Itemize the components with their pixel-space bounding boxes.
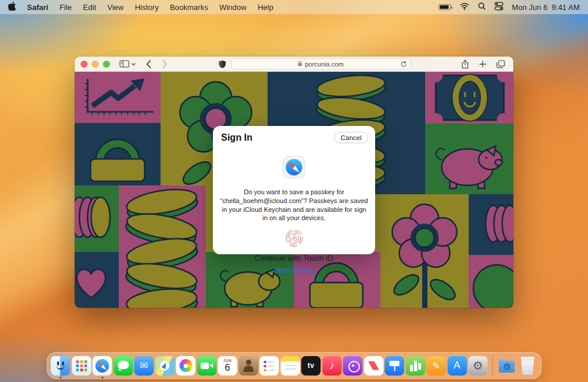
menu-bar-status: Mon Jun 6 9:41 AM <box>439 2 580 12</box>
wifi-icon[interactable] <box>460 2 469 12</box>
menu-bookmarks[interactable]: Bookmarks <box>170 3 208 12</box>
dock-photos-icon[interactable] <box>176 356 195 376</box>
safari-app-icon <box>282 155 306 181</box>
control-center-icon[interactable] <box>495 2 503 12</box>
running-indicator <box>101 377 103 378</box>
dock-news-icon[interactable] <box>364 356 383 376</box>
menu-history[interactable]: History <box>135 3 158 12</box>
dock-pages-icon[interactable] <box>426 356 446 376</box>
spotlight-search-icon[interactable] <box>478 2 486 12</box>
download-arrow-icon: ↓ <box>503 363 510 370</box>
safari-window: porcunia.com <box>75 57 513 308</box>
privacy-shield-icon[interactable] <box>218 59 226 69</box>
apple-menu-icon[interactable] <box>8 2 16 12</box>
safari-toolbar: porcunia.com <box>75 57 513 72</box>
battery-icon[interactable] <box>439 4 451 10</box>
menu-window[interactable]: Window <box>219 3 246 12</box>
cancel-button[interactable]: Cancel <box>334 132 368 143</box>
address-url: porcunia.com <box>305 61 343 68</box>
menu-safari[interactable]: Safari <box>27 3 48 12</box>
dock-music-icon[interactable] <box>322 356 342 376</box>
dock-safari-icon[interactable] <box>92 356 112 376</box>
passkey-dialog: Sign In Cancel <box>213 126 375 254</box>
dock-keynote-icon[interactable] <box>385 356 404 376</box>
dock-tv-icon[interactable]: tv <box>301 356 320 376</box>
share-icon[interactable] <box>461 59 469 69</box>
zoom-window-button[interactable] <box>103 61 110 68</box>
dock-launchpad-icon[interactable] <box>72 356 91 376</box>
dock-system-settings-icon[interactable] <box>468 356 487 376</box>
menu-help[interactable]: Help <box>258 3 273 12</box>
calendar-day-label: 6 <box>225 363 230 373</box>
touch-id-fingerprint-icon <box>285 229 303 250</box>
reload-icon[interactable] <box>400 61 407 69</box>
address-bar[interactable]: porcunia.com <box>231 58 411 69</box>
desktop: Safari File Edit View History Bookmarks … <box>0 0 588 382</box>
sidebar-chevron-down-icon[interactable] <box>131 62 136 66</box>
forward-button[interactable] <box>162 60 168 68</box>
dock-downloads-folder-icon[interactable]: ↓ <box>497 356 516 376</box>
minimize-window-button[interactable] <box>92 61 99 68</box>
dock-notes-icon[interactable] <box>280 356 300 376</box>
close-window-button[interactable] <box>81 61 88 68</box>
dock-finder-icon[interactable] <box>51 356 70 376</box>
dock-trash-icon[interactable] <box>518 356 537 376</box>
tab-overview-icon[interactable] <box>496 60 505 68</box>
dock-podcasts-icon[interactable] <box>343 356 362 376</box>
menu-edit[interactable]: Edit <box>83 3 96 12</box>
menu-bar-menus: Safari File Edit View History Bookmarks … <box>8 2 273 12</box>
menu-file[interactable]: File <box>59 3 72 12</box>
dock-messages-icon[interactable] <box>113 356 133 376</box>
back-button[interactable] <box>146 60 151 68</box>
other-options-link[interactable]: Other Options <box>274 267 314 274</box>
dialog-title: Sign In <box>221 132 252 143</box>
menu-bar: Safari File Edit View History Bookmarks … <box>0 0 588 14</box>
dock-numbers-icon[interactable] <box>406 356 425 376</box>
dock-mail-icon[interactable] <box>134 356 153 376</box>
dock-reminders-icon[interactable] <box>259 356 279 376</box>
dock-facetime-icon[interactable] <box>197 356 216 376</box>
dialog-message: Do you want to save a passkey for “chell… <box>220 188 368 222</box>
new-tab-plus-icon[interactable] <box>479 61 486 68</box>
dock-calendar-icon[interactable]: JUN 6 <box>218 356 237 376</box>
dock-app-store-icon[interactable] <box>447 356 467 376</box>
menu-bar-clock[interactable]: Mon Jun 6 9:41 AM <box>512 3 580 12</box>
time-label: 9:41 AM <box>552 3 580 12</box>
sidebar-toggle-icon[interactable] <box>119 60 129 68</box>
menu-view[interactable]: View <box>108 3 124 12</box>
dock-maps-icon[interactable] <box>155 356 175 376</box>
date-label: Mon Jun 6 <box>512 3 548 12</box>
dock-divider <box>492 355 493 376</box>
running-indicator <box>59 377 61 378</box>
dock: JUN 6 tv ↓ <box>46 352 542 379</box>
lock-icon <box>298 61 302 68</box>
tv-label: tv <box>308 361 315 370</box>
dock-contacts-icon[interactable] <box>239 356 258 376</box>
continue-with-touch-id-label: Continue with Touch ID <box>255 254 333 263</box>
webpage-content: Sign In Cancel <box>75 72 513 308</box>
